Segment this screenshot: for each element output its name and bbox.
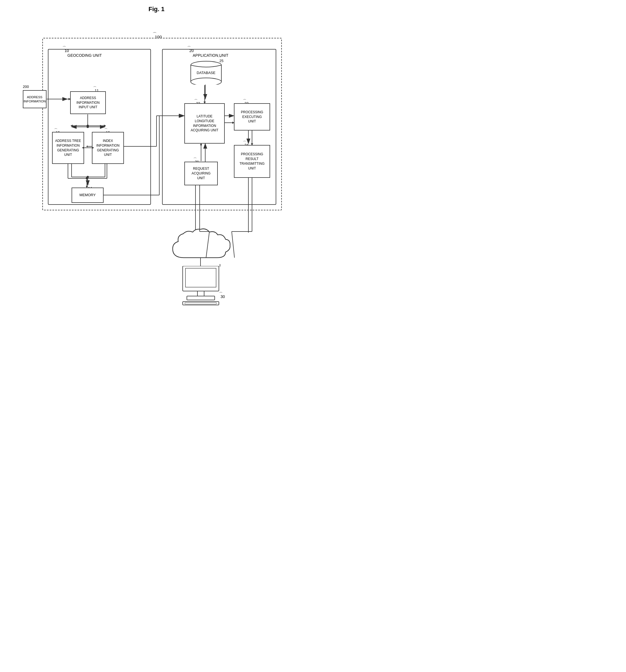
box22: LATITUDE LONGITUDE INFORMATION ACQUIRING…: [184, 103, 225, 144]
svg-rect-35: [185, 268, 216, 287]
box12: ADDRESS TREE INFORMATION GENERATING UNIT: [52, 132, 84, 164]
computer-shape: [174, 266, 227, 306]
svg-point-31: [191, 78, 222, 85]
svg-rect-39: [185, 303, 216, 304]
db-label: DATABASE: [195, 71, 217, 75]
svg-rect-36: [198, 291, 204, 296]
box14: MEMORY: [72, 188, 103, 203]
svg-rect-37: [187, 296, 215, 300]
box23: PROCESSING EXECUTING UNIT: [234, 103, 270, 130]
address-info-box: ADDRESS INFORMATION: [23, 90, 47, 108]
box21: REQUEST ACQUIRING UNIT: [184, 162, 218, 185]
box11: ADDRESS INFORMATION INPUT UNIT: [70, 91, 106, 114]
geocoding-box: [48, 49, 151, 205]
figure-title: Fig. 1: [148, 5, 164, 13]
address-info-label-num: 200: [23, 85, 29, 89]
application-title: APPLICATION UNIT: [193, 53, 228, 57]
box24: PROCESSING RESULT TRANSMITTING UNIT: [234, 145, 270, 178]
geocoding-title: GEOCODING UNIT: [67, 53, 102, 57]
box13: INDEX INFORMATION GENERATING UNIT: [92, 132, 124, 164]
cloud-shape: [167, 227, 234, 263]
diagram: ⌒ 100 ⌒ 10 GEOCODING UNIT ⌒ 20 APPLICATI…: [20, 21, 293, 313]
